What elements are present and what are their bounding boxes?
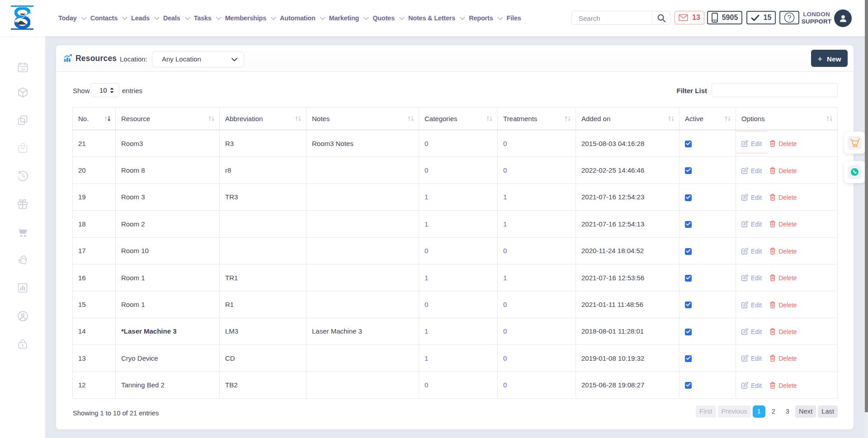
svg-text:12: 12 — [21, 67, 25, 71]
